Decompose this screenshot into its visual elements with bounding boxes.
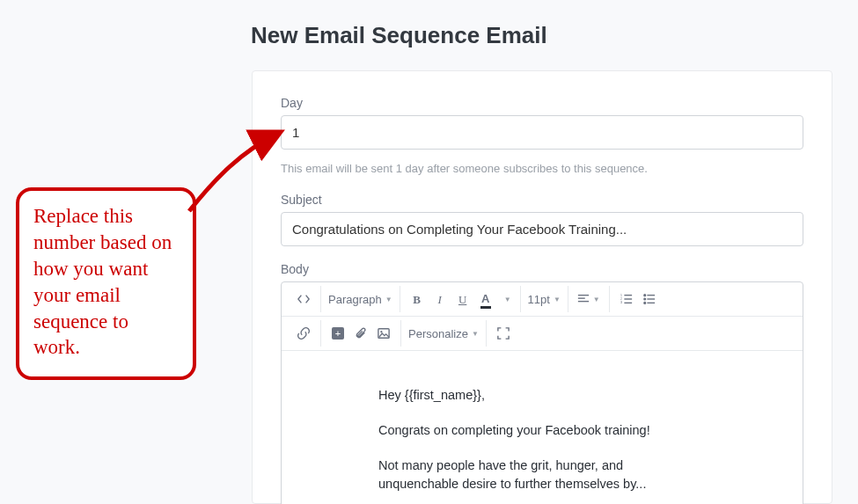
link-button[interactable] xyxy=(292,322,315,345)
unordered-list-button[interactable] xyxy=(638,288,661,310)
text-color-dropdown[interactable]: A xyxy=(474,288,497,310)
page-title: New Email Sequence Email xyxy=(251,22,547,49)
rich-text-editor: Paragraph▼ B I U A ▼ 11pt▼ xyxy=(281,281,803,504)
toolbar-row-2: + Personalize▼ xyxy=(282,317,803,351)
svg-text:2: 2 xyxy=(620,297,622,301)
svg-point-11 xyxy=(644,303,646,304)
bold-button[interactable]: B xyxy=(406,288,429,310)
plus-icon: + xyxy=(332,327,344,340)
subject-field: Subject xyxy=(281,193,803,246)
body-line-1: Hey {{first_name}}, xyxy=(378,386,706,405)
align-left-icon xyxy=(577,293,590,305)
list-ol-icon: 123 xyxy=(620,293,633,305)
attachment-button[interactable] xyxy=(349,322,372,345)
svg-point-9 xyxy=(644,295,646,296)
insert-block-button[interactable]: + xyxy=(326,322,349,345)
body-line-3: Not many people have the grit, hunger, a… xyxy=(378,457,706,495)
align-dropdown[interactable]: ▼ xyxy=(574,288,604,310)
image-button[interactable] xyxy=(372,322,395,345)
toolbar-row-1: Paragraph▼ B I U A ▼ 11pt▼ xyxy=(282,282,803,317)
email-form-card: Day This email will be sent 1 day after … xyxy=(252,70,832,504)
day-label: Day xyxy=(281,96,803,110)
body-label: Body xyxy=(281,262,803,276)
code-icon xyxy=(297,293,310,305)
subject-label: Subject xyxy=(281,193,803,207)
fullscreen-button[interactable] xyxy=(492,322,515,345)
expand-icon xyxy=(497,327,510,340)
day-help-text: This email will be sent 1 day after some… xyxy=(281,162,803,175)
body-line-2: Congrats on completing your Facebook tra… xyxy=(378,421,706,441)
code-view-button[interactable] xyxy=(292,288,315,310)
image-icon xyxy=(378,327,390,340)
paragraph-format-dropdown[interactable]: Paragraph▼ xyxy=(326,288,394,310)
editor-content-area[interactable]: Hey {{first_name}}, Congrats on completi… xyxy=(282,351,803,504)
svg-text:3: 3 xyxy=(620,301,622,304)
paperclip-icon xyxy=(355,327,367,340)
italic-button[interactable]: I xyxy=(429,288,451,310)
link-icon xyxy=(297,327,310,340)
day-field: Day This email will be sent 1 day after … xyxy=(281,96,803,175)
underline-button[interactable]: U xyxy=(451,288,474,310)
body-field: Body Paragraph▼ B I U xyxy=(281,262,803,504)
personalize-dropdown[interactable]: Personalize▼ xyxy=(407,322,480,345)
subject-input[interactable] xyxy=(281,212,803,246)
svg-text:1: 1 xyxy=(620,294,622,297)
font-size-dropdown[interactable]: 11pt▼ xyxy=(526,288,562,310)
day-input[interactable] xyxy=(281,115,803,150)
list-ul-icon xyxy=(643,293,656,305)
annotation-callout: Replace this number based on how you wan… xyxy=(16,187,196,380)
ordered-list-button[interactable]: 123 xyxy=(615,288,638,310)
svg-point-10 xyxy=(644,298,646,300)
